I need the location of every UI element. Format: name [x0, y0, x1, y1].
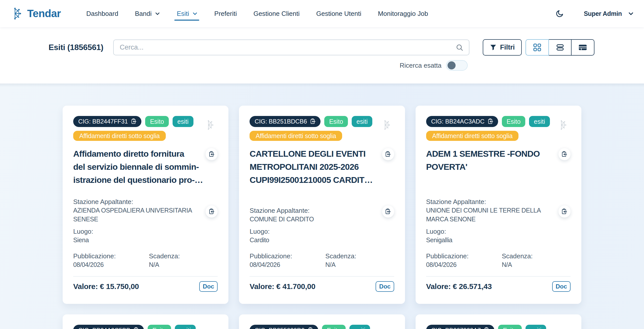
- view-grid-button[interactable]: [526, 39, 549, 56]
- copy-icon: [385, 151, 391, 158]
- pubblicazione-section: Pubblicazione: 08/04/2026: [250, 252, 325, 270]
- nav-item-gestione-utenti[interactable]: Gestione Utenti: [316, 10, 361, 18]
- main-nav: Dashboard Bandi Esiti Preferiti Gestione…: [86, 0, 428, 27]
- stazione-label: Stazione Appaltante:: [426, 198, 571, 206]
- nav-item-bandi[interactable]: Bandi: [135, 10, 160, 18]
- esiti-badge: esiti: [173, 116, 193, 127]
- copy-cig-icon[interactable]: [131, 118, 137, 125]
- category-badge: Affidamenti diretti sotto soglia: [250, 131, 342, 141]
- card-badges: CIG: BB251BDCB6 Esito esiti: [250, 116, 394, 127]
- result-card[interactable]: CIG: BB24AC3ADC Esito esiti Affidamenti …: [416, 106, 581, 304]
- stazione-value: COMUNE DI CARDITO: [250, 215, 394, 224]
- copy-stazione-button[interactable]: [558, 205, 571, 218]
- luogo-value: Siena: [73, 236, 218, 244]
- filters-label: Filtri: [500, 44, 515, 51]
- result-card[interactable]: CIG: BB267909A7 Esito esiti Affidamenti …: [416, 314, 581, 329]
- esito-badge-label: Esito: [152, 327, 167, 329]
- exact-search-toggle[interactable]: [446, 60, 468, 71]
- cig-badge: CIG: BB267909A7: [426, 325, 494, 329]
- copy-stazione-button[interactable]: [206, 205, 218, 218]
- user-menu[interactable]: Super Admin: [584, 10, 634, 17]
- cig-code: CIG: BB267909A7: [431, 327, 481, 329]
- category-badge: Affidamenti diretti sotto soglia: [73, 131, 166, 141]
- esiti-badge-label: esiti: [180, 327, 191, 329]
- card-title[interactable]: Affidamento diretto fornitura del serviz…: [73, 147, 205, 186]
- cards-grid: CIG: BB2447FF31 Esito esiti Affidamenti …: [63, 106, 581, 329]
- nav-item-esiti[interactable]: Esiti: [177, 10, 198, 18]
- brand[interactable]: Tendar: [14, 0, 61, 27]
- scadenza-section: Scadenza: N/A: [502, 252, 571, 270]
- copy-title-button[interactable]: [558, 148, 571, 160]
- valore-value: € 41.700,00: [276, 282, 315, 291]
- active-nav-underline: [174, 20, 199, 21]
- copy-icon: [385, 208, 391, 215]
- cig-code: CIG: BB24A9C5BB: [78, 327, 130, 329]
- card-badges: CIG: BB24AC3ADC Esito esiti: [426, 116, 571, 127]
- result-card[interactable]: CIG: BB255020D9 Esito esiti Affidamenti …: [239, 314, 405, 329]
- esito-badge: Esito: [502, 116, 526, 127]
- chevron-down-icon: [155, 11, 160, 16]
- esito-badge: Esito: [324, 116, 348, 127]
- card-footer: Valore: € 41.700,00 Doc: [250, 281, 394, 292]
- luogo-value: Senigallia: [426, 236, 571, 244]
- nav-item-label: Gestione Utenti: [316, 10, 361, 18]
- nav-item-monitoraggio-job[interactable]: Monitoraggio Job: [378, 10, 428, 18]
- view-list-button[interactable]: [548, 39, 572, 56]
- stazione-label: Stazione Appaltante:: [250, 207, 394, 215]
- tendar-watermark-icon: [560, 120, 567, 130]
- copy-title-button[interactable]: [206, 148, 218, 160]
- doc-button[interactable]: Doc: [552, 281, 571, 292]
- card-title[interactable]: CARTELLONE DEGLI EVENTI METROPOLITANI 20…: [250, 147, 381, 186]
- scadenza-value: N/A: [325, 260, 394, 269]
- filters-button[interactable]: Filtri: [483, 39, 522, 56]
- copy-cig-icon[interactable]: [133, 327, 140, 329]
- search-input[interactable]: [120, 44, 456, 51]
- nav-item-gestione-clienti[interactable]: Gestione Clienti: [253, 10, 300, 18]
- card-divider: [426, 276, 571, 277]
- pubblicazione-section: Pubblicazione: 08/04/2026: [426, 252, 502, 270]
- nav-item-dashboard[interactable]: Dashboard: [86, 10, 118, 18]
- toolbar: Esiti (1856561) Filtri Ricerca esatta: [0, 27, 644, 84]
- result-card[interactable]: CIG: BB251BDCB6 Esito esiti Affidamenti …: [239, 106, 405, 304]
- dark-mode-toggle-icon[interactable]: [556, 9, 564, 18]
- nav-item-label: Dashboard: [86, 10, 118, 18]
- esiti-badge: esiti: [352, 116, 372, 127]
- category-label: Affidamenti diretti sotto soglia: [432, 132, 513, 140]
- copy-cig-icon[interactable]: [484, 327, 490, 329]
- nav-item-preferiti[interactable]: Preferiti: [214, 10, 237, 18]
- copy-cig-icon[interactable]: [307, 327, 314, 329]
- esiti-badge: esiti: [529, 116, 550, 127]
- cig-badge: CIG: BB2447FF31: [73, 116, 141, 127]
- chevron-down-icon: [628, 11, 634, 17]
- stazione-value: AZIENDA OSPEDALIERA UNIVERSITARIA SENESE: [73, 206, 218, 224]
- stazione-section: Stazione Appaltante: COMUNE DI CARDITO: [250, 186, 394, 228]
- exact-search-row: Ricerca esatta: [113, 60, 468, 71]
- copy-cig-icon[interactable]: [310, 118, 316, 125]
- cig-code: CIG: BB2447FF31: [78, 118, 128, 125]
- copy-title-button[interactable]: [382, 148, 394, 160]
- scadenza-value: N/A: [149, 260, 218, 269]
- esito-badge-label: Esito: [150, 118, 164, 125]
- scadenza-label: Scadenza:: [325, 252, 394, 260]
- copy-cig-icon[interactable]: [487, 118, 494, 125]
- esiti-badge-label: esiti: [354, 327, 365, 329]
- scadenza-label: Scadenza:: [149, 252, 218, 260]
- esiti-badge: esiti: [526, 325, 546, 329]
- search-icon[interactable]: [456, 44, 463, 51]
- copy-stazione-button[interactable]: [382, 205, 394, 218]
- luogo-section: Luogo: Cardito: [250, 227, 394, 252]
- card-title[interactable]: ADEM 1 SEMESTRE -FONDO POVERTA': [426, 147, 557, 186]
- card-divider: [250, 276, 394, 277]
- esito-badge-label: Esito: [507, 118, 521, 125]
- search-box: [113, 39, 469, 55]
- doc-button[interactable]: Doc: [376, 281, 394, 292]
- category-row: Affidamenti diretti sotto soglia: [73, 131, 218, 141]
- view-table-button[interactable]: [571, 39, 594, 56]
- cig-code: CIG: BB255020D9: [255, 327, 305, 329]
- doc-button[interactable]: Doc: [199, 281, 218, 292]
- toggle-knob: [448, 61, 456, 69]
- pubblicazione-label: Pubblicazione:: [73, 252, 149, 260]
- result-card[interactable]: CIG: BB24A9C5BB Esito esiti Affidamenti …: [63, 314, 228, 329]
- result-card[interactable]: CIG: BB2447FF31 Esito esiti Affidamenti …: [63, 106, 228, 304]
- dates-row: Pubblicazione: 08/04/2026 Scadenza: N/A: [250, 252, 394, 270]
